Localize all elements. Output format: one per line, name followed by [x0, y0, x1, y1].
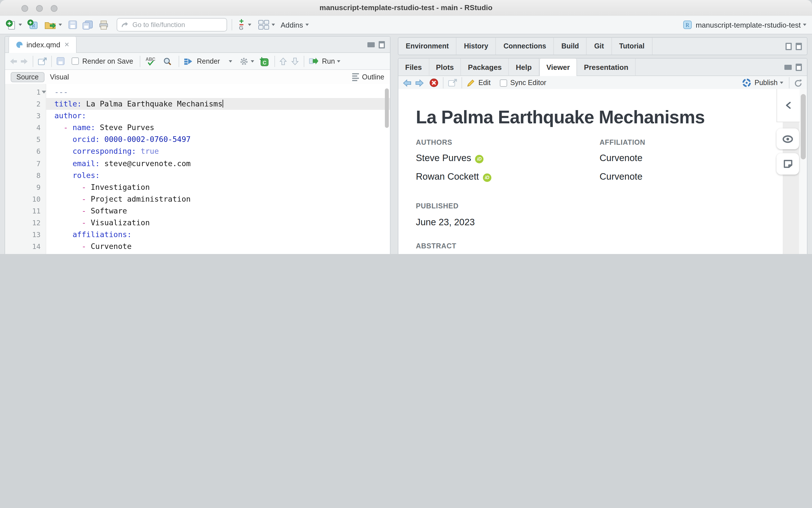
close-tab-icon[interactable]: ✕ [64, 41, 69, 48]
version-control-button[interactable]: G [237, 19, 246, 31]
addins-caret[interactable] [306, 24, 309, 26]
orcid-icon[interactable]: iD [483, 173, 491, 182]
viewer-clear-icon[interactable] [430, 78, 438, 87]
version-control-caret[interactable] [248, 24, 251, 26]
fold-caret-icon[interactable] [42, 91, 46, 93]
render-on-save-checkbox[interactable] [72, 57, 79, 65]
code-line[interactable]: 10 - Project administration [5, 193, 390, 205]
maximize-pane-icon[interactable] [796, 64, 802, 71]
code-line[interactable]: 13 affiliations: [5, 229, 390, 241]
edit-icon[interactable] [466, 79, 475, 87]
source-editor-pane: index.qmd ✕ Render on Save ABC Render [4, 36, 391, 254]
publish-caret[interactable] [780, 82, 783, 84]
project-menu[interactable]: R manuscript-template-rstudio-test [682, 20, 806, 30]
render-button[interactable]: Render [197, 57, 220, 65]
code-line[interactable]: 1--- [5, 86, 390, 98]
render-icon[interactable] [184, 57, 194, 65]
rendered-document: La Palma Earthquake Mechanisms AUTHORS A… [398, 89, 783, 254]
save-all-button[interactable] [82, 20, 93, 30]
goto-file-input[interactable] [131, 20, 212, 29]
code-line[interactable]: 9 - Investigation [5, 181, 390, 193]
run-caret[interactable] [337, 60, 341, 62]
tab-plots[interactable]: Plots [429, 58, 461, 76]
code-line[interactable]: 4 - name: Steve Purves [5, 122, 390, 134]
tab-presentation[interactable]: Presentation [577, 58, 636, 76]
run-icon[interactable] [309, 57, 319, 65]
tab-files[interactable]: Files [398, 58, 429, 76]
tab-viewer[interactable]: Viewer [539, 58, 577, 76]
tab-history[interactable]: History [457, 38, 496, 55]
new-file-caret[interactable] [18, 24, 22, 26]
editor-scrollbar[interactable] [385, 88, 389, 128]
goto-file-search[interactable] [117, 18, 227, 32]
outline-button[interactable]: Outline [353, 72, 384, 82]
sync-editor-checkbox[interactable] [499, 79, 507, 86]
insert-chunk-icon[interactable]: C [259, 56, 270, 66]
viewer-forward-icon[interactable] [415, 79, 424, 86]
tab-packages[interactable]: Packages [461, 58, 509, 76]
tab-help[interactable]: Help [509, 58, 539, 76]
open-file-caret[interactable] [58, 24, 62, 26]
code-line[interactable]: 12 - Visualization [5, 217, 390, 229]
tab-connections[interactable]: Connections [496, 38, 554, 55]
sync-editor-label: Sync Editor [510, 79, 546, 87]
popout-icon[interactable] [38, 57, 47, 65]
render-caret[interactable] [229, 60, 233, 62]
author-affiliation: Curvenote [600, 153, 642, 163]
viewer-scrollbar[interactable] [801, 94, 806, 159]
new-file-button[interactable] [6, 19, 16, 30]
svg-text:C: C [263, 60, 267, 65]
viewer-popout-icon[interactable] [448, 79, 457, 87]
notes-button[interactable] [776, 153, 799, 175]
gear-caret[interactable] [251, 60, 254, 62]
authors-label: AUTHORS [416, 138, 452, 146]
maximize-pane-icon[interactable] [796, 43, 802, 50]
source-mode-button[interactable]: Source [11, 72, 44, 82]
minimize-pane-icon[interactable] [785, 43, 792, 50]
publish-button[interactable]: Publish [755, 79, 778, 87]
abstract-text: In September 2021, a significant jump in… [416, 253, 768, 254]
code-line[interactable]: 5 orcid: 0000-0002-0760-5497 [5, 134, 390, 145]
code-line[interactable]: 14 - Curvenote [5, 241, 390, 252]
visual-mode-button[interactable]: Visual [44, 72, 75, 82]
minimize-pane-icon[interactable] [784, 65, 792, 70]
code-line[interactable]: 2title: La Palma Earthquake Mechanisms [5, 98, 390, 110]
go-up-icon[interactable] [280, 57, 287, 65]
gear-icon[interactable] [240, 56, 249, 66]
save-file-icon[interactable] [56, 57, 65, 65]
panes-layout-caret[interactable] [272, 24, 275, 26]
code-line[interactable]: 8 roles: [5, 169, 390, 181]
print-button[interactable] [98, 20, 109, 30]
open-file-button[interactable] [44, 20, 56, 30]
code-line[interactable]: 6 corresponding: true [5, 145, 390, 158]
orcid-icon[interactable]: iD [475, 155, 484, 163]
search-icon[interactable] [163, 56, 172, 66]
save-button[interactable] [68, 20, 77, 29]
tab-tutorial[interactable]: Tutorial [612, 38, 653, 55]
tab-index-qmd[interactable]: index.qmd ✕ [8, 37, 77, 53]
tab-environment[interactable]: Environment [398, 38, 457, 55]
panes-layout-button[interactable] [258, 20, 269, 30]
back-icon[interactable] [10, 58, 17, 65]
run-button[interactable]: Run [322, 57, 335, 65]
code-line[interactable]: 15 - name: Rowan Cockett [5, 253, 390, 254]
edit-button[interactable]: Edit [478, 79, 490, 87]
tab-build[interactable]: Build [554, 38, 587, 55]
code-line[interactable]: 7 email: steve@curvenote.com [5, 158, 390, 169]
preview-eye-button[interactable] [776, 128, 799, 149]
spellcheck-icon[interactable]: ABC [145, 56, 156, 66]
go-down-icon[interactable] [292, 57, 299, 65]
maximize-pane-icon[interactable] [379, 41, 385, 48]
refresh-icon[interactable] [794, 79, 802, 87]
code-line[interactable]: 11 - Software [5, 205, 390, 217]
addins-button[interactable]: Addins [281, 20, 303, 29]
forward-icon[interactable] [20, 58, 28, 65]
collapse-sidebar-button[interactable] [776, 89, 800, 122]
minimize-pane-icon[interactable] [367, 42, 375, 47]
viewer-back-icon[interactable] [403, 79, 411, 86]
new-project-button[interactable]: R [27, 19, 39, 31]
viewer-toolbar: Edit Sync Editor Publish [398, 76, 807, 90]
code-editor[interactable]: 1---2title: La Palma Earthquake Mechanis… [5, 84, 390, 254]
tab-git[interactable]: Git [587, 38, 612, 55]
code-line[interactable]: 3author: [5, 110, 390, 122]
